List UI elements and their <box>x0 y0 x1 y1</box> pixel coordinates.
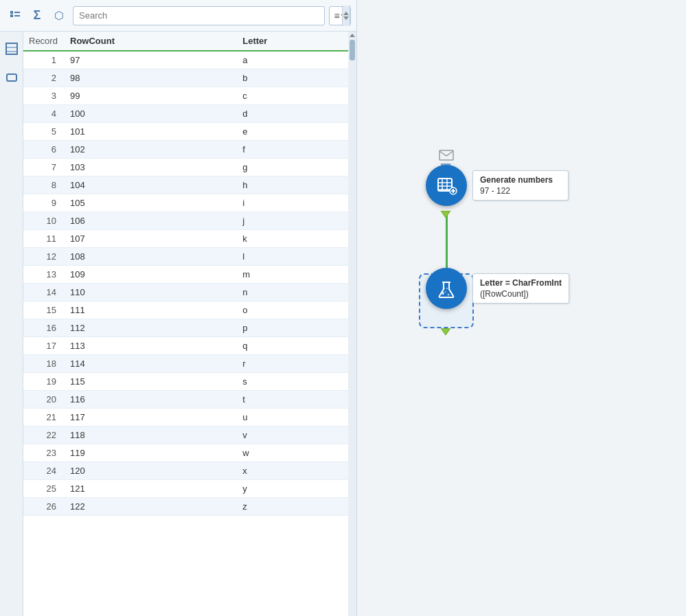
generate-bottom-port <box>441 209 450 216</box>
cell-record: 11 <box>23 230 65 248</box>
svg-rect-1 <box>10 14 13 17</box>
cell-rowcount: 99 <box>65 87 237 105</box>
left-panel: Σ ⬡ ≡ ▼ <box>0 0 357 616</box>
sigma-icon[interactable]: Σ <box>27 6 47 25</box>
cell-rowcount: 122 <box>65 498 237 516</box>
cell-rowcount: 105 <box>65 194 237 212</box>
cell-rowcount: 103 <box>65 159 237 176</box>
cell-rowcount: 100 <box>65 105 237 123</box>
cell-rowcount: 117 <box>65 409 237 426</box>
cell-rowcount: 107 <box>65 230 237 248</box>
cell-rowcount: 106 <box>65 212 237 230</box>
cell-letter: i <box>237 194 348 212</box>
table-row: 15111o <box>23 301 348 319</box>
cell-letter: h <box>237 176 348 194</box>
table-row: 399c <box>23 87 348 105</box>
table-row: 25121y <box>23 480 348 498</box>
scroll-up-arrow[interactable] <box>350 34 355 37</box>
table-row: 7103g <box>23 159 348 176</box>
cell-record: 1 <box>23 51 65 69</box>
table-row: 20116t <box>23 391 348 409</box>
shape-select-icon[interactable] <box>3 69 21 87</box>
table-row: 22118v <box>23 426 348 444</box>
cell-rowcount: 112 <box>65 319 237 337</box>
cell-record: 12 <box>23 248 65 266</box>
envelope-icon <box>439 150 454 163</box>
cell-record: 16 <box>23 319 65 337</box>
svg-point-24 <box>448 294 450 296</box>
cell-record: 7 <box>23 159 65 176</box>
cell-rowcount: 118 <box>65 426 237 444</box>
cell-letter: b <box>237 69 348 87</box>
svg-point-23 <box>442 292 444 295</box>
table-row: 9105i <box>23 194 348 212</box>
cell-rowcount: 101 <box>65 123 237 141</box>
shape-icon[interactable]: ⬡ <box>49 6 69 25</box>
table-row: 8104h <box>23 176 348 194</box>
table-row: 4100d <box>23 105 348 123</box>
cell-letter: c <box>237 87 348 105</box>
table-row: 21117u <box>23 409 348 426</box>
side-icons <box>0 32 23 616</box>
cell-letter: y <box>237 480 348 498</box>
cell-letter: r <box>237 355 348 373</box>
list-icon[interactable] <box>5 6 25 25</box>
cell-letter: l <box>237 248 348 266</box>
cell-letter: a <box>237 51 348 69</box>
cell-rowcount: 113 <box>65 337 237 355</box>
cell-record: 8 <box>23 176 65 194</box>
cell-letter: p <box>237 319 348 337</box>
cell-rowcount: 108 <box>65 248 237 266</box>
table-row: 26122z <box>23 498 348 516</box>
cell-rowcount: 104 <box>65 176 237 194</box>
scrollbar-vertical[interactable] <box>348 32 356 616</box>
cell-rowcount: 114 <box>65 355 237 373</box>
cell-letter: n <box>237 284 348 301</box>
cell-record: 25 <box>23 480 65 498</box>
cell-letter: g <box>237 159 348 176</box>
cell-record: 3 <box>23 87 65 105</box>
svg-rect-12 <box>439 150 453 160</box>
generate-node-circle <box>426 165 467 206</box>
svg-rect-7 <box>7 74 16 81</box>
node-formula[interactable]: Letter = CharFromInt ([RowCount]) <box>426 268 467 309</box>
cell-rowcount: 119 <box>65 444 237 462</box>
col-rowcount: RowCount <box>65 32 237 51</box>
cell-record: 2 <box>23 69 65 87</box>
toolbar-icons: Σ ⬡ <box>5 6 69 25</box>
cell-record: 20 <box>23 391 65 409</box>
cell-rowcount: 97 <box>65 51 237 69</box>
scrollbar-thumb[interactable] <box>350 40 355 60</box>
svg-point-25 <box>445 291 446 293</box>
cell-record: 13 <box>23 266 65 284</box>
cell-letter: z <box>237 498 348 516</box>
cell-rowcount: 109 <box>65 266 237 284</box>
col-letter: Letter <box>237 32 348 51</box>
cell-rowcount: 115 <box>65 373 237 391</box>
table-row: 6102f <box>23 141 348 159</box>
formula-node-circle <box>426 268 467 309</box>
cell-record: 5 <box>23 123 65 141</box>
table-row: 298b <box>23 69 348 87</box>
cell-letter: w <box>237 444 348 462</box>
cell-rowcount: 98 <box>65 69 237 87</box>
workflow-canvas: Generate numbers 97 - 122 Letter = <box>357 0 686 616</box>
cell-record: 4 <box>23 105 65 123</box>
table-row: 10106j <box>23 212 348 230</box>
data-table: Record RowCount Letter 197a298b399c4100d… <box>23 32 348 516</box>
node-generate[interactable]: Generate numbers 97 - 122 <box>426 165 467 206</box>
cell-record: 15 <box>23 301 65 319</box>
cell-record: 19 <box>23 373 65 391</box>
search-input[interactable] <box>73 6 325 25</box>
table-row: 18114r <box>23 355 348 373</box>
row-select-icon[interactable] <box>3 40 21 58</box>
cell-rowcount: 102 <box>65 141 237 159</box>
table-container[interactable]: Record RowCount Letter 197a298b399c4100d… <box>23 32 348 616</box>
cell-record: 22 <box>23 426 65 444</box>
cell-rowcount: 110 <box>65 284 237 301</box>
cell-letter: s <box>237 373 348 391</box>
cell-rowcount: 111 <box>65 301 237 319</box>
table-row: 16112p <box>23 319 348 337</box>
generate-label: Generate numbers 97 - 122 <box>472 170 569 201</box>
cell-letter: v <box>237 426 348 444</box>
